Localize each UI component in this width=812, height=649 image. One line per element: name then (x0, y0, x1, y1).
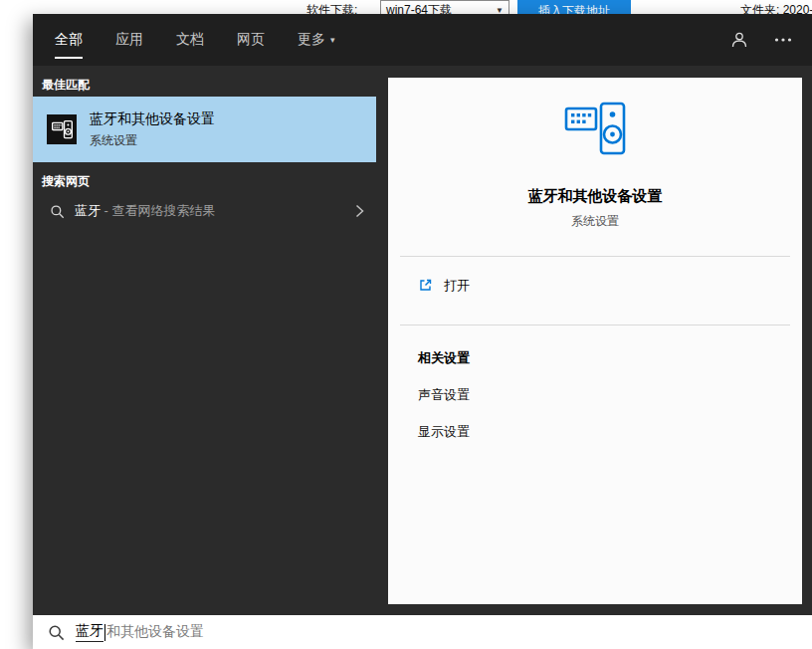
related-display-settings[interactable]: 显示设置 (388, 423, 470, 441)
preview-subtitle: 系统设置 (571, 213, 619, 230)
best-match-result[interactable]: 蓝牙和其他设备设置 系统设置 (33, 97, 376, 162)
inline-suggestion: 和其他设备设置 (106, 623, 204, 641)
chevron-down-icon: ▾ (330, 35, 335, 45)
search-filter-tabs: 全部 应用 文档 网页 更多 ▾ (33, 14, 812, 66)
related-settings-header: 相关设置 (388, 349, 470, 367)
preview-title: 蓝牙和其他设备设置 (528, 187, 663, 206)
tabbar-actions (730, 14, 792, 66)
user-account-icon[interactable] (730, 31, 748, 49)
text-caret (104, 624, 105, 641)
best-match-header: 最佳匹配 (33, 66, 376, 97)
tab-all-label: 全部 (55, 31, 83, 49)
open-icon (418, 278, 433, 293)
best-match-subtitle: 系统设置 (90, 132, 215, 149)
search-icon (48, 624, 65, 641)
bluetooth-settings-icon (47, 114, 77, 144)
more-options-icon[interactable] (774, 37, 792, 43)
tab-web-label: 网页 (237, 31, 265, 49)
tab-web[interactable]: 网页 (237, 14, 265, 66)
open-action[interactable]: 打开 (388, 257, 802, 299)
tab-apps[interactable]: 应用 (115, 14, 143, 66)
results-list: 最佳匹配 蓝牙和其他设备设置 系统设置 (33, 66, 376, 229)
tab-documents-label: 文档 (176, 31, 204, 49)
tab-all[interactable]: 全部 (55, 14, 83, 66)
open-label: 打开 (444, 277, 470, 295)
tab-more-label: 更多 (298, 31, 325, 49)
tab-more[interactable]: 更多 ▾ (298, 14, 335, 66)
web-query-text: 蓝牙 (75, 202, 101, 220)
web-search-header: 搜索网页 (33, 162, 376, 193)
web-search-result[interactable]: 蓝牙 - 查看网络搜索结果 (33, 193, 376, 229)
related-sound-settings[interactable]: 声音设置 (388, 386, 470, 404)
typed-query: 蓝牙 (76, 622, 103, 642)
divider (400, 324, 790, 325)
search-input[interactable]: 蓝牙 和其他设备设置 (33, 615, 812, 649)
search-flyout-window: 全部 应用 文档 网页 更多 ▾ (33, 14, 812, 649)
tab-apps-label: 应用 (115, 31, 143, 49)
search-icon (50, 204, 65, 219)
best-match-title: 蓝牙和其他设备设置 (90, 110, 215, 128)
preview-panel: 蓝牙和其他设备设置 系统设置 打开 相关设置 声音设置 显示设置 (388, 78, 802, 604)
search-results-area: 最佳匹配 蓝牙和其他设备设置 系统设置 (33, 66, 812, 615)
tab-documents[interactable]: 文档 (176, 14, 204, 66)
web-suffix-text: - 查看网络搜索结果 (101, 202, 216, 220)
bluetooth-devices-icon (564, 102, 626, 161)
best-match-text: 蓝牙和其他设备设置 系统设置 (90, 110, 215, 149)
chevron-right-icon (355, 204, 364, 218)
